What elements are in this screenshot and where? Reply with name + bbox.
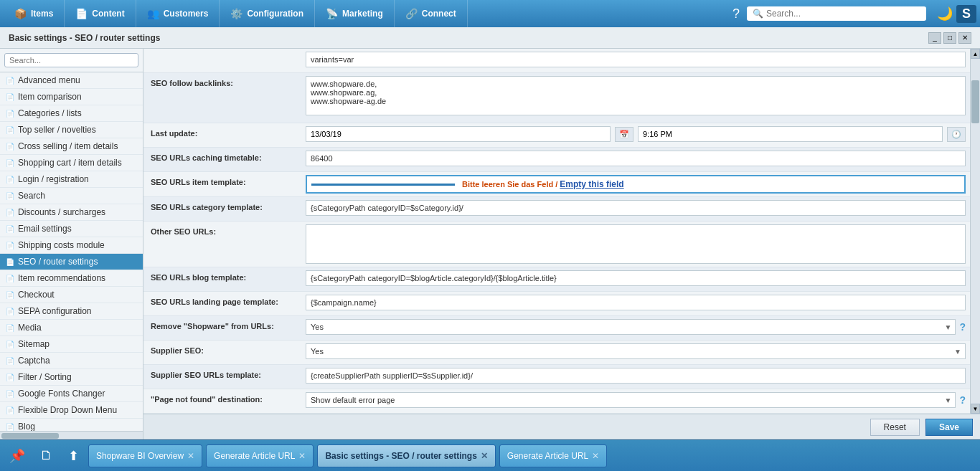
help-icon-remove-shopware[interactable]: ? — [959, 321, 966, 333]
date-input[interactable] — [306, 126, 611, 142]
page-icon: 📄 — [6, 341, 14, 348]
seo-backlinks-textarea[interactable]: www.shopware.de, www.shopware.ag, www.sh… — [306, 76, 966, 115]
sidebar-item-discounts[interactable]: 📄 Discounts / surcharges — [0, 204, 143, 221]
last-update-label: Last update: — [143, 123, 301, 143]
sidebar-item-search[interactable]: 📄 Search — [0, 188, 143, 204]
nav-configuration[interactable]: ⚙️ Configuration — [220, 0, 315, 27]
time-input[interactable] — [638, 126, 943, 142]
sidebar-item-email[interactable]: 📄 Email settings — [0, 221, 143, 237]
empty-field-link[interactable]: Empty this field — [560, 179, 623, 189]
minimize-button[interactable]: _ — [928, 32, 941, 44]
sidebar-item-item-comparison[interactable]: 📄 Item comparison — [0, 89, 143, 105]
other-seo-label: Other SEO URLs: — [143, 222, 301, 242]
error-field: Bitte leeren Sie das Feld / Empty this f… — [306, 175, 966, 194]
sidebar-item-blog[interactable]: 📄 Blog — [0, 419, 143, 431]
footer-buttons: Reset Save — [143, 414, 980, 439]
sidebar-item-advanced-menu[interactable]: 📄 Advanced menu — [0, 72, 143, 89]
topnav-search[interactable]: 🔍 — [747, 6, 926, 21]
sidebar-item-shopping-cart[interactable]: 📄 Shopping cart / item details — [0, 155, 143, 171]
sidebar-item-sepa[interactable]: 📄 SEPA configuration — [0, 303, 143, 320]
blog-template-label: SEO URLs blog template: — [143, 267, 301, 287]
scrollbar-track — [971, 59, 980, 404]
supplier-seo-select[interactable]: Yes No — [306, 343, 966, 359]
customers-icon: 👥 — [147, 8, 159, 19]
page-not-found-dest-field: Show default error page Redirect to home… — [301, 389, 970, 411]
close-button[interactable]: ✕ — [958, 32, 971, 44]
caching-input[interactable] — [306, 151, 966, 166]
sidebar-item-checkout[interactable]: 📄 Checkout — [0, 287, 143, 303]
save-button[interactable]: Save — [925, 419, 973, 436]
supplier-urls-field — [301, 365, 970, 386]
nav-items[interactable]: 📦 Items — [4, 0, 65, 27]
page-icon: 📄 — [6, 93, 14, 101]
variants-input[interactable] — [306, 52, 966, 67]
sidebar-search-input[interactable] — [4, 53, 138, 67]
sidebar-item-captcha[interactable]: 📄 Captcha — [0, 353, 143, 369]
taskbar-tab-generate-1[interactable]: Generate Article URL ✕ — [206, 444, 314, 467]
remove-shopware-select[interactable]: Yes No — [306, 319, 956, 335]
scroll-up-arrow[interactable]: ▲ — [971, 49, 980, 59]
connect-icon: 🔗 — [405, 8, 418, 19]
category-template-input[interactable] — [306, 200, 966, 216]
nav-content[interactable]: 📄 Content — [65, 0, 136, 27]
taskbar-tab-label: Generate Article URL — [507, 451, 588, 461]
taskbar-tab-close-gen1[interactable]: ✕ — [298, 451, 306, 461]
sidebar-item-flexible-menu[interactable]: 📄 Flexible Drop Down Menu — [0, 402, 143, 419]
other-seo-textarea[interactable] — [306, 224, 966, 264]
search-input[interactable] — [766, 9, 920, 19]
form-row-last-update: Last update: 📅 🕐 — [143, 123, 970, 148]
taskbar-upload-icon[interactable]: ⬆ — [62, 444, 85, 467]
sidebar-item-shipping[interactable]: 📄 Shipping costs module — [0, 237, 143, 254]
nav-connect[interactable]: 🔗 Connect — [395, 0, 468, 27]
page-icon: 📄 — [6, 209, 14, 217]
scroll-down-arrow[interactable]: ▼ — [971, 404, 980, 414]
page-not-found-dest-label: "Page not found" destination: — [143, 389, 301, 409]
sidebar-item-recommendations[interactable]: 📄 Item recommendations — [0, 270, 143, 287]
form-row-item-template: SEO URLs item template: Bitte leeren Sie… — [143, 172, 970, 197]
page-icon: 📄 — [6, 390, 14, 398]
supplier-urls-input[interactable] — [306, 368, 966, 384]
error-text: Bitte leeren Sie das Feld / Empty this f… — [462, 179, 624, 189]
sidebar-list: 📄 Advanced menu 📄 Item comparison 📄 Cate… — [0, 72, 143, 431]
page-icon: 📄 — [6, 357, 14, 365]
form-row-remove-shopware: Remove "Shopware" from URLs: Yes No ▼ ? — [143, 316, 970, 341]
night-mode-button[interactable]: 🌙 — [933, 6, 956, 22]
taskbar-tab-generate-2[interactable]: Generate Article URL ✕ — [499, 444, 607, 467]
sidebar-item-login[interactable]: 📄 Login / registration — [0, 171, 143, 188]
page-icon: 📄 — [6, 143, 14, 151]
taskbar-new-tab-icon[interactable]: 🗋 — [34, 444, 59, 467]
page-not-found-dest-select[interactable]: Show default error page Redirect to home — [306, 392, 956, 408]
nav-marketing[interactable]: 📡 Marketing — [315, 0, 395, 27]
taskbar-tab-bi-overview[interactable]: Shopware BI Overview ✕ — [88, 444, 202, 467]
nav-customers[interactable]: 👥 Customers — [136, 0, 220, 27]
sidebar-item-media[interactable]: 📄 Media — [0, 320, 143, 336]
calendar-icon[interactable]: 📅 — [615, 127, 633, 142]
sidebar-item-sitemap[interactable]: 📄 Sitemap — [0, 336, 143, 353]
sidebar-item-google-fonts[interactable]: 📄 Google Fonts Changer — [0, 386, 143, 402]
sidebar-item-cross-selling[interactable]: 📄 Cross selling / item details — [0, 138, 143, 155]
vertical-scrollbar[interactable]: ▲ ▼ — [970, 49, 980, 414]
sidebar-item-categories[interactable]: 📄 Categories / lists — [0, 105, 143, 122]
variants-label — [143, 49, 301, 60]
taskbar-tab-seo-settings[interactable]: Basic settings - SEO / router settings ✕ — [317, 444, 495, 467]
blog-template-input[interactable] — [306, 270, 966, 286]
clock-icon[interactable]: 🕐 — [947, 127, 966, 142]
seo-backlinks-label: SEO follow backlinks: — [143, 73, 301, 93]
taskbar: 📌 🗋 ⬆ Shopware BI Overview ✕ Generate Ar… — [0, 439, 980, 471]
reset-button[interactable]: Reset — [870, 419, 920, 436]
sidebar-item-seo[interactable]: 📄 SEO / router settings — [0, 254, 143, 270]
caching-field — [301, 148, 970, 169]
taskbar-tab-close-seo[interactable]: ✕ — [481, 451, 488, 461]
sidebar-item-top-seller[interactable]: 📄 Top seller / novelties — [0, 122, 143, 138]
help-icon-page-not-found[interactable]: ? — [959, 394, 966, 406]
form-row-page-not-found-dest: "Page not found" destination: Show defau… — [143, 389, 970, 414]
taskbar-tab-close-bi[interactable]: ✕ — [187, 451, 194, 461]
taskbar-tab-close-gen2[interactable]: ✕ — [592, 451, 599, 461]
sidebar-horizontal-scrollbar[interactable] — [0, 431, 143, 439]
taskbar-pin-icon[interactable]: 📌 — [4, 444, 31, 467]
maximize-button[interactable]: □ — [943, 32, 956, 44]
taskbar-tab-label: Shopware BI Overview — [96, 451, 184, 461]
sidebar-item-filter[interactable]: 📄 Filter / Sorting — [0, 369, 143, 386]
help-button[interactable]: ? — [725, 6, 747, 22]
landing-page-input[interactable] — [306, 295, 966, 310]
